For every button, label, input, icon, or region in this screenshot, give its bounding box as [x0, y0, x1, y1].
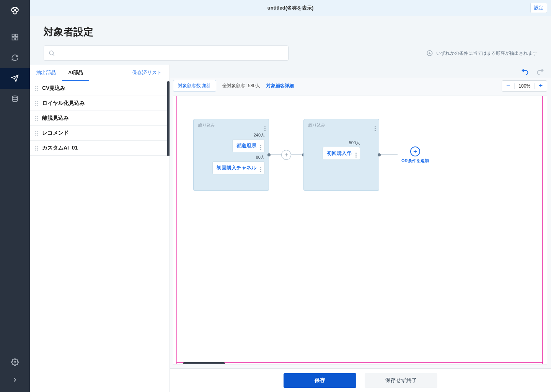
chevron-right-icon [11, 376, 18, 383]
svg-rect-3 [16, 34, 18, 37]
chip-menu-icon[interactable] [259, 164, 263, 172]
customer-detail-link[interactable]: 対象顧客詳細 [266, 83, 294, 89]
hint-row: いずれかの条件に当てはまる顧客が抽出されます [426, 50, 537, 57]
filter-chip-prefecture[interactable]: 都道府県 [232, 139, 265, 152]
search-box [44, 46, 289, 61]
list-item[interactable]: CV見込み [30, 81, 170, 96]
svg-point-7 [14, 361, 16, 363]
tab-extract[interactable]: 抽出部品 [30, 65, 62, 81]
svg-rect-2 [12, 34, 15, 37]
refresh-icon [11, 54, 19, 62]
block-header: 絞り込み [308, 122, 325, 128]
top-header: untitled(名称を表示) 設定 [30, 0, 551, 16]
database-icon [11, 95, 19, 103]
plus-circle-icon [410, 146, 420, 156]
ai-list: CV見込み ロイヤル化見込み 離脱見込み レコメンド [30, 81, 170, 156]
total-customers-label: 全対象顧客: 580人 [222, 83, 260, 89]
chip-label: 都道府県 [236, 142, 256, 149]
svg-rect-4 [12, 38, 15, 40]
tab-ai[interactable]: AI部品 [62, 65, 89, 81]
filter-block-2[interactable]: 絞り込み 500人 初回購入年 [303, 119, 379, 191]
nav-database[interactable] [0, 89, 30, 109]
zoom-in-button[interactable]: + [535, 81, 547, 91]
block-menu-button[interactable] [264, 122, 266, 131]
block-header: 絞り込み [198, 122, 215, 128]
canvas[interactable]: 絞り込み 240人 都道府県 [173, 96, 547, 364]
sidebar [0, 0, 30, 392]
right-panel: 対象顧客数 集計 全対象顧客: 580人 対象顧客詳細 − 100% + [170, 65, 551, 392]
canvas-toolbar [170, 65, 551, 78]
footer: 保存 保存せず終了 [170, 368, 551, 392]
chip-menu-icon[interactable] [259, 142, 263, 150]
list-item[interactable]: カスタムAI_01 [30, 141, 170, 156]
connector [269, 155, 303, 155]
nav-dashboard[interactable] [0, 27, 30, 47]
list-item-label: CV見込み [42, 85, 65, 92]
gear-icon [11, 358, 19, 366]
list-item-label: カスタムAI_01 [42, 145, 78, 151]
list-item-label: 離脱見込み [42, 115, 69, 122]
list-item[interactable]: 離脱見込み [30, 111, 170, 126]
svg-point-6 [12, 96, 17, 98]
filter-chip-first-channel[interactable]: 初回購入チャネル [212, 161, 265, 174]
send-icon [11, 75, 19, 82]
chip-label: 初回購入チャネル [217, 164, 256, 171]
ruler-bottom [176, 362, 543, 363]
grid-icon [11, 33, 19, 41]
ruler-left [176, 96, 177, 364]
chip-label: 初回購入年 [327, 150, 352, 157]
svg-rect-5 [16, 38, 18, 40]
ruler-right [542, 96, 543, 364]
header-title: untitled(名称を表示) [267, 5, 314, 11]
tab-saved[interactable]: 保存済リスト [126, 65, 170, 81]
search-icon [48, 50, 55, 57]
tabs: 抽出部品 AI部品 保存済リスト [30, 65, 170, 81]
nav-settings[interactable] [0, 354, 30, 371]
summary-row: 対象顧客数 集計 全対象顧客: 580人 対象顧客詳細 − 100% + [170, 78, 551, 96]
nav-send[interactable] [0, 68, 30, 89]
horizontal-scrollbar[interactable] [183, 362, 225, 364]
page-title: 対象者設定 [44, 25, 537, 39]
list-item[interactable]: レコメンド [30, 126, 170, 141]
list-item-label: レコメンド [42, 130, 69, 137]
grip-icon [35, 146, 38, 151]
add-or-button[interactable]: OR条件を追加 [401, 146, 429, 164]
zoom-control: − 100% + [502, 80, 547, 92]
list-item-label: ロイヤル化見込み [42, 100, 85, 107]
grip-icon [35, 116, 38, 121]
save-button[interactable]: 保存 [284, 373, 356, 388]
search-input[interactable] [44, 46, 289, 61]
hint-text: いずれかの条件に当てはまる顧客が抽出されます [436, 50, 537, 57]
filter-block-1[interactable]: 絞り込み 240人 都道府県 [193, 119, 269, 191]
plus-circle-icon [426, 50, 433, 57]
nav-expand[interactable] [0, 371, 30, 388]
chip-count: 80人 [256, 155, 265, 160]
svg-point-8 [49, 51, 54, 55]
add-or-label: OR条件を追加 [401, 158, 429, 164]
discard-button[interactable]: 保存せず終了 [365, 373, 437, 388]
header-settings-button[interactable]: 設定 [530, 3, 547, 13]
block-menu-button[interactable] [375, 122, 376, 131]
grip-icon [35, 101, 38, 106]
chip-count: 500人 [349, 140, 360, 146]
add-and-button[interactable] [281, 150, 291, 160]
list-item[interactable]: ロイヤル化見込み [30, 96, 170, 111]
redo-button[interactable] [536, 67, 544, 75]
app-logo [9, 0, 21, 23]
trailing-connector: OR条件を追加 [379, 146, 429, 164]
chip-menu-icon[interactable] [354, 149, 358, 158]
zoom-value: 100% [514, 83, 535, 89]
nav-sync[interactable] [0, 47, 30, 68]
grip-icon [35, 86, 38, 91]
undo-button[interactable] [521, 67, 530, 75]
chip-count: 240人 [254, 132, 265, 138]
grip-icon [35, 131, 38, 136]
filter-chip-first-year[interactable]: 初回購入年 [323, 147, 360, 160]
left-panel: 抽出部品 AI部品 保存済リスト CV見込み ロイヤル化見込み [30, 65, 170, 392]
aggregate-button[interactable]: 対象顧客数 集計 [173, 80, 216, 92]
zoom-out-button[interactable]: − [502, 81, 514, 91]
page-head: 対象者設定 いずれかの条件に当てはまる顧客が抽出されます [30, 16, 551, 65]
